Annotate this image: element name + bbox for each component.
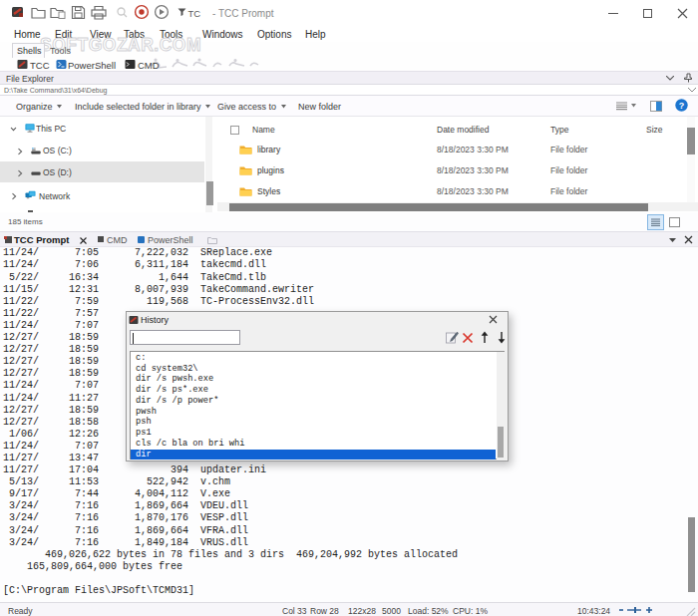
- svg-text:?: ?: [679, 101, 685, 111]
